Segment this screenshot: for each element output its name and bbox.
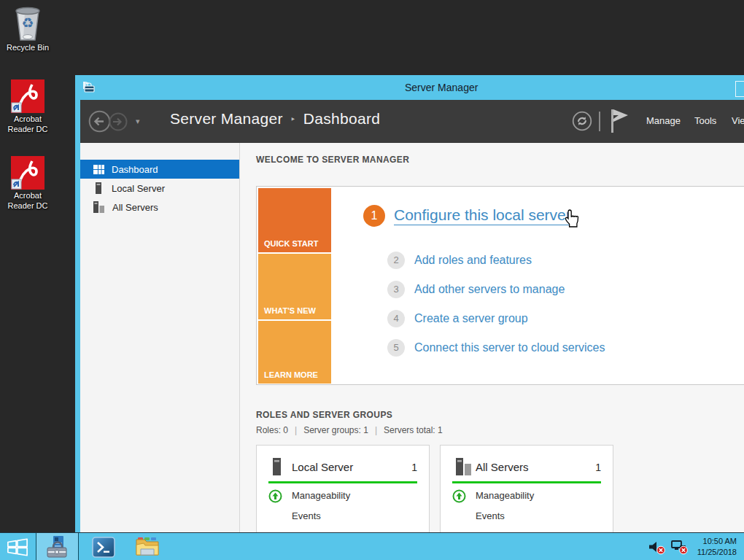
card-count: 1 — [411, 462, 417, 473]
step-number-badge: 3 — [387, 281, 405, 298]
dashboard-grid-icon — [93, 165, 104, 174]
system-tray: 10:50 AM 11/25/2018 — [648, 533, 744, 560]
windows-logo-icon — [7, 537, 28, 557]
breadcrumb-arrow-icon: ‣ — [290, 114, 296, 125]
powershell-icon — [92, 537, 115, 558]
stat-total: Servers total: 1 — [384, 425, 443, 435]
acrobat-label-line1: Acrobat — [0, 190, 55, 201]
learn-more-label: LEARN MORE — [264, 370, 318, 379]
add-servers-link[interactable]: Add other servers to manage — [414, 283, 565, 296]
sidebar-item-label: All Servers — [112, 202, 158, 213]
start-button[interactable] — [0, 533, 35, 560]
acrobat-label-line1: Acrobat — [0, 114, 55, 124]
card-title: Local Server — [292, 461, 353, 473]
taskbar-server-manager-button[interactable] — [36, 533, 79, 560]
create-server-group-link[interactable]: Create a server group — [414, 312, 528, 325]
manageability-up-icon — [452, 489, 466, 506]
navigation-bar: ▾ Server Manager‣Dashboard Manage Tools — [75, 100, 744, 143]
step-number-badge: 4 — [387, 310, 405, 327]
nav-separator — [599, 112, 600, 131]
card-row-manageability[interactable]: Manageability — [476, 490, 534, 501]
breadcrumb-current[interactable]: Dashboard — [303, 110, 380, 127]
history-dropdown-caret[interactable]: ▾ — [136, 117, 140, 126]
server-manager-icon — [45, 535, 70, 559]
learn-more-tab[interactable]: LEARN MORE — [258, 321, 331, 384]
card-row-events[interactable]: Events — [476, 510, 505, 521]
card-row-events[interactable]: Events — [292, 510, 321, 521]
add-roles-link[interactable]: Add roles and features — [414, 254, 532, 267]
step-number-badge: 1 — [363, 205, 385, 227]
stat-separator: | — [295, 425, 297, 435]
all-servers-card[interactable]: All Servers 1 Manageability Events — [440, 445, 613, 547]
step-connect-cloud: 5 Connect this server to cloud services — [387, 339, 605, 357]
stat-roles: Roles: 0 — [256, 425, 288, 435]
breadcrumb: Server Manager‣Dashboard — [170, 110, 380, 128]
acrobat-label-line2: Reader DC — [0, 124, 55, 134]
volume-muted-icon[interactable] — [648, 540, 666, 555]
local-server-card[interactable]: Local Server 1 Manageability Events — [256, 445, 430, 547]
card-row-manageability[interactable]: Manageability — [292, 490, 350, 501]
back-button[interactable] — [88, 110, 111, 136]
clock-time: 10:50 AM — [697, 536, 737, 547]
recycle-bin-label: Recycle Bin — [0, 42, 55, 52]
server-manager-window: Server Manager ▾ Server Manager‣Dashboar… — [75, 75, 744, 560]
step-add-servers: 3 Add other servers to manage — [387, 281, 565, 298]
taskbar-file-explorer-button[interactable] — [130, 533, 165, 560]
step-number-badge: 5 — [387, 339, 405, 357]
quick-start-tab[interactable]: QUICK START — [258, 188, 331, 252]
card-title: All Servers — [476, 461, 529, 473]
card-status-bar — [452, 481, 601, 483]
refresh-button[interactable] — [572, 111, 592, 134]
server-manager-app-icon — [82, 81, 96, 96]
stat-separator: | — [375, 425, 377, 435]
recycle-bin-desktop-icon[interactable]: ♻ Recycle Bin — [0, 4, 55, 52]
sidebar: Dashboard Local Server All Servers — [80, 143, 240, 560]
taskbar-clock[interactable]: 10:50 AM 11/25/2018 — [697, 536, 737, 558]
recycle-bin-icon: ♻ — [0, 4, 55, 42]
window-title: Server Manager — [405, 82, 478, 93]
network-disconnected-icon[interactable] — [670, 540, 689, 555]
card-count: 1 — [595, 462, 601, 473]
connect-cloud-link[interactable]: Connect this server to cloud services — [414, 341, 605, 354]
step-configure-local-server: 1 Configure this local server — [363, 205, 571, 227]
sidebar-item-dashboard[interactable]: Dashboard — [80, 160, 239, 179]
acrobat-label-line2: Reader DC — [0, 201, 55, 211]
notifications-flag-icon[interactable] — [609, 107, 629, 138]
file-explorer-icon — [135, 536, 160, 558]
roles-heading: ROLES AND SERVER GROUPS — [256, 410, 392, 420]
menu-tools[interactable]: Tools — [694, 115, 716, 126]
step-create-group: 4 Create a server group — [387, 310, 528, 327]
recycle-symbol: ♻ — [21, 15, 34, 31]
menu-view[interactable]: View — [732, 115, 744, 126]
acrobat-reader-desktop-icon-2[interactable]: Acrobat Reader DC — [0, 155, 55, 211]
acrobat-reader-icon — [0, 155, 55, 190]
roles-stats: Roles: 0|Server groups: 1|Servers total:… — [256, 425, 443, 435]
taskbar-powershell-button[interactable] — [86, 533, 121, 560]
step-number-badge: 2 — [387, 252, 405, 269]
sidebar-item-label: Local Server — [112, 183, 165, 194]
menu-manage[interactable]: Manage — [646, 115, 681, 126]
step-add-roles: 2 Add roles and features — [387, 252, 532, 269]
clock-date: 11/25/2018 — [697, 547, 737, 558]
whats-new-tab[interactable]: WHAT'S NEW — [258, 254, 331, 319]
breadcrumb-root[interactable]: Server Manager — [170, 110, 283, 127]
quick-start-label: QUICK START — [264, 239, 318, 248]
acrobat-reader-icon — [0, 79, 55, 114]
window-control-partial[interactable] — [735, 81, 744, 97]
sidebar-item-all-servers[interactable]: All Servers — [80, 198, 239, 217]
acrobat-reader-desktop-icon-1[interactable]: Acrobat Reader DC — [0, 79, 55, 134]
configure-local-server-link[interactable]: Configure this local server — [394, 206, 571, 225]
local-server-icon — [272, 458, 282, 478]
manageability-up-icon — [268, 489, 282, 506]
window-titlebar[interactable]: Server Manager — [75, 75, 744, 100]
welcome-tile: QUICK START WHAT'S NEW LEARN MORE 1 Conf… — [256, 186, 744, 385]
hand-cursor — [563, 209, 581, 232]
forward-button[interactable] — [109, 112, 128, 134]
stat-groups: Server groups: 1 — [303, 425, 368, 435]
sidebar-item-label: Dashboard — [112, 164, 158, 175]
all-servers-icon — [456, 458, 472, 478]
welcome-heading: WELCOME TO SERVER MANAGER — [256, 155, 409, 165]
card-status-bar — [268, 481, 417, 483]
sidebar-item-local-server[interactable]: Local Server — [80, 179, 239, 198]
whats-new-label: WHAT'S NEW — [264, 306, 316, 315]
